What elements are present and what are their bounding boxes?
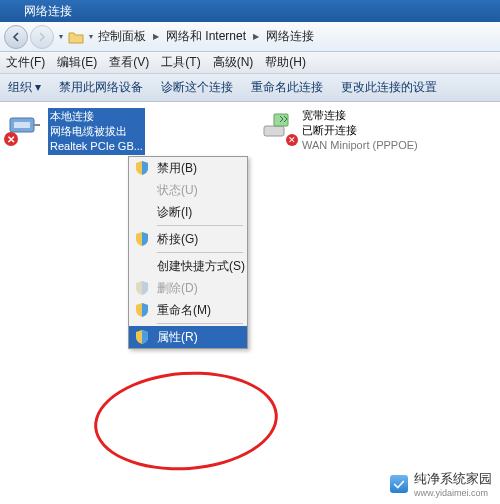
ctx-label: 属性(R)	[157, 329, 198, 346]
menu-edit[interactable]: 编辑(E)	[57, 54, 97, 71]
connection-device: Realtek PCIe GB...	[50, 139, 143, 154]
ctx-create-shortcut[interactable]: 创建快捷方式(S)	[129, 255, 247, 277]
nav-history-dropdown[interactable]: ▾	[56, 32, 66, 41]
ctx-bridge[interactable]: 桥接(G)	[129, 228, 247, 250]
ctx-label: 删除(D)	[157, 280, 198, 297]
folder-icon	[68, 30, 84, 44]
svg-rect-2	[264, 126, 284, 136]
ctx-separator	[157, 252, 243, 253]
svg-rect-1	[14, 122, 30, 128]
ctx-label: 诊断(I)	[157, 204, 192, 221]
connection-name: 宽带连接	[302, 108, 418, 123]
menu-help[interactable]: 帮助(H)	[265, 54, 306, 71]
connection-item-broadband[interactable]: ✕ 宽带连接 已断开连接 WAN Miniport (PPPOE)	[260, 108, 418, 153]
watermark-text: 纯净系统家园 www.yidaimei.com	[414, 470, 492, 498]
chevron-right-icon[interactable]: ▶	[250, 32, 262, 41]
breadcrumb: 控制面板 ▶ 网络和 Internet ▶ 网络连接	[98, 28, 314, 45]
ctx-label: 桥接(G)	[157, 231, 198, 248]
watermark-brand: 纯净系统家园	[414, 470, 492, 488]
watermark: 纯净系统家园 www.yidaimei.com	[390, 470, 492, 498]
navigation-bar: ▾ ▾ 控制面板 ▶ 网络和 Internet ▶ 网络连接	[0, 22, 500, 52]
ctx-separator	[157, 225, 243, 226]
ctx-status: 状态(U)	[129, 179, 247, 201]
watermark-logo-icon	[390, 475, 408, 493]
disconnected-x-icon: ✕	[286, 134, 298, 146]
shield-icon	[134, 231, 150, 247]
breadcrumb-item[interactable]: 网络连接	[266, 28, 314, 45]
breadcrumb-item[interactable]: 控制面板	[98, 28, 146, 45]
shield-icon	[134, 302, 150, 318]
menu-advanced[interactable]: 高级(N)	[213, 54, 254, 71]
toolbar-change-settings[interactable]: 更改此连接的设置	[341, 79, 437, 96]
window-titlebar: 网络连接	[0, 0, 500, 22]
toolbar-diagnose[interactable]: 诊断这个连接	[161, 79, 233, 96]
breadcrumb-item[interactable]: 网络和 Internet	[166, 28, 246, 45]
menubar: 文件(F) 编辑(E) 查看(V) 工具(T) 高级(N) 帮助(H)	[0, 52, 500, 74]
nav-forward-button[interactable]	[30, 25, 54, 49]
watermark-url: www.yidaimei.com	[414, 488, 492, 498]
window-title: 网络连接	[24, 3, 72, 20]
annotation-ellipse	[91, 366, 281, 477]
connection-item-local[interactable]: ✕ 本地连接 网络电缆被拔出 Realtek PCIe GB...	[6, 108, 238, 155]
chevron-right-icon[interactable]: ▶	[150, 32, 162, 41]
connection-label-block: 宽带连接 已断开连接 WAN Miniport (PPPOE)	[302, 108, 418, 153]
menu-view[interactable]: 查看(V)	[109, 54, 149, 71]
content-pane: ✕ 本地连接 网络电缆被拔出 Realtek PCIe GB... ✕ 宽带连接…	[0, 102, 500, 504]
connection-label-block: 本地连接 网络电缆被拔出 Realtek PCIe GB...	[48, 108, 145, 155]
error-x-icon: ✕	[4, 132, 18, 146]
ctx-properties[interactable]: 属性(R)	[129, 326, 247, 348]
ctx-diagnose[interactable]: 诊断(I)	[129, 201, 247, 223]
broadband-icon: ✕	[260, 108, 296, 144]
toolbar-organize[interactable]: 组织 ▾	[8, 79, 41, 96]
ctx-rename[interactable]: 重命名(M)	[129, 299, 247, 321]
connection-device: WAN Miniport (PPPOE)	[302, 138, 418, 153]
ctx-delete: 删除(D)	[129, 277, 247, 299]
ctx-label: 禁用(B)	[157, 160, 197, 177]
menu-file[interactable]: 文件(F)	[6, 54, 45, 71]
shield-icon	[134, 280, 150, 296]
menu-tools[interactable]: 工具(T)	[161, 54, 200, 71]
connection-name: 本地连接	[50, 109, 143, 124]
shield-icon	[134, 160, 150, 176]
context-menu: 禁用(B) 状态(U) 诊断(I) 桥接(G) 创建快捷方式(S) 删除(D)	[128, 156, 248, 349]
toolbar-disable-device[interactable]: 禁用此网络设备	[59, 79, 143, 96]
ctx-label: 重命名(M)	[157, 302, 211, 319]
nav-back-button[interactable]	[4, 25, 28, 49]
folder-dropdown[interactable]: ▾	[86, 32, 96, 41]
connection-status: 网络电缆被拔出	[50, 124, 143, 139]
ctx-label: 创建快捷方式(S)	[157, 258, 245, 275]
ctx-label: 状态(U)	[157, 182, 198, 199]
toolbar: 组织 ▾ 禁用此网络设备 诊断这个连接 重命名此连接 更改此连接的设置	[0, 74, 500, 102]
ctx-disable[interactable]: 禁用(B)	[129, 157, 247, 179]
shield-icon	[134, 329, 150, 345]
connection-status: 已断开连接	[302, 123, 418, 138]
ctx-separator	[157, 323, 243, 324]
toolbar-rename[interactable]: 重命名此连接	[251, 79, 323, 96]
network-adapter-icon: ✕	[6, 108, 42, 144]
